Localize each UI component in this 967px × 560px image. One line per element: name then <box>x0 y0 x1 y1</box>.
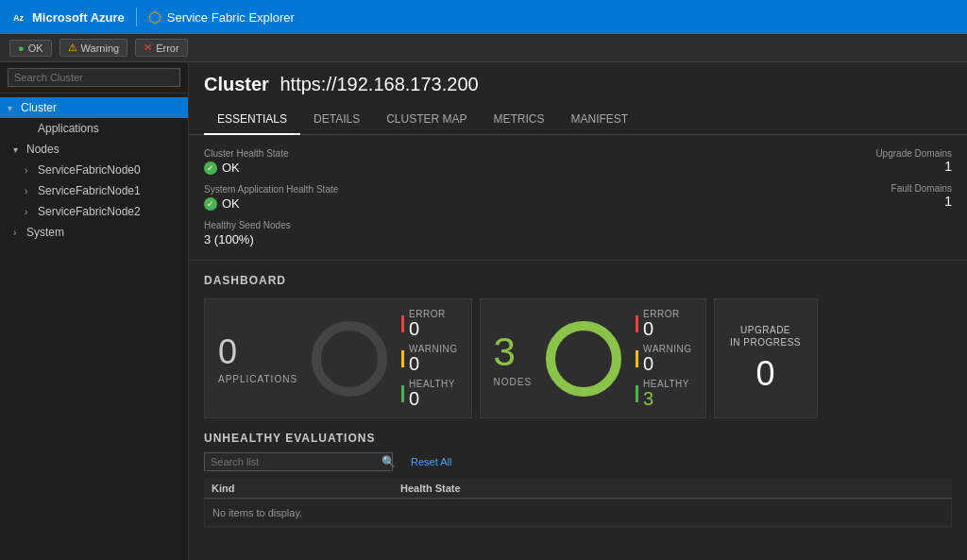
search-input[interactable] <box>8 68 180 87</box>
sidebar-item-system[interactable]: › System <box>0 222 188 243</box>
cluster-health-label: Cluster Health State <box>204 148 338 159</box>
essentials-panel: Cluster Health State OK System Applicati… <box>189 135 967 261</box>
applications-label: APPLICATIONS <box>218 374 297 384</box>
unhealthy-empty-message: No items to display. <box>204 499 952 527</box>
sidebar-item-label: Applications <box>38 122 99 135</box>
sys-app-health-value: OK <box>204 196 338 211</box>
dashboard-cards: 0 APPLICATIONS ERROR 0 <box>204 298 952 418</box>
cluster-health-value: OK <box>204 161 338 175</box>
unhealthy-search-input[interactable] <box>204 452 393 471</box>
error-label: Error <box>156 42 178 54</box>
applications-donut-svg <box>307 316 392 401</box>
sidebar-item-nodes[interactable]: ▾ Nodes <box>0 139 188 160</box>
sidebar: ▾ Cluster Applications ▾ Nodes › Service… <box>0 62 189 560</box>
dashboard-title: DASHBOARD <box>204 274 952 287</box>
seed-nodes-item: Healthy Seed Nodes 3 (100%) <box>204 220 338 246</box>
tab-metrics[interactable]: METRICS <box>481 105 558 135</box>
node-warning-bar <box>636 350 638 367</box>
col-kind-header: Kind <box>212 483 400 494</box>
upgrade-domains-item: Upgrade Domains 1 <box>875 148 952 174</box>
app-error-value: 0 <box>409 319 446 338</box>
dashboard-panel: DASHBOARD 0 APPLICATIONS <box>189 261 967 432</box>
nodes-donut-svg <box>541 316 626 401</box>
node-error-col: ERROR 0 <box>643 309 680 338</box>
error-button[interactable]: ✕ Error <box>135 39 187 57</box>
unhealthy-panel: UNHEALTHY EVALUATIONS 🔍 Reset All Kind H… <box>189 432 967 540</box>
upgrade-domains-label: Upgrade Domains <box>875 148 952 159</box>
nodes-card: 3 NODES ERROR <box>480 298 706 418</box>
essentials-right: Upgrade Domains 1 Fault Domains 1 <box>875 148 952 246</box>
reset-all-link[interactable]: Reset All <box>411 456 451 467</box>
cluster-health-item: Cluster Health State OK <box>204 148 338 175</box>
app-warning-bar <box>401 350 404 367</box>
node-warning-col: WARNING 0 <box>643 344 691 373</box>
cluster-health-ok-icon <box>204 161 217 175</box>
content-area: Cluster https://192.168.173.200 ESSENTIA… <box>189 62 967 560</box>
upgrade-title-line2: IN PROGRESS <box>730 337 801 348</box>
main-layout: ▾ Cluster Applications ▾ Nodes › Service… <box>0 62 967 560</box>
tree: ▾ Cluster Applications ▾ Nodes › Service… <box>0 93 188 560</box>
nodes-count: 3 <box>494 330 533 375</box>
applications-left: 0 APPLICATIONS <box>218 332 297 384</box>
cluster-prefix: Cluster <box>204 74 269 94</box>
status-bar: ● OK ⚠ Warning ✕ Error <box>0 34 967 62</box>
sidebar-item-applications[interactable]: Applications <box>0 118 188 139</box>
sys-app-health-ok-icon <box>204 197 217 211</box>
ok-button[interactable]: ● OK <box>9 40 52 57</box>
app-error-row: ERROR 0 <box>401 309 457 338</box>
app-healthy-col: HEALTHY 0 <box>409 379 455 408</box>
unhealthy-table-header: Kind Health State <box>204 479 952 499</box>
node-healthy-value: 3 <box>643 389 689 408</box>
azure-label: Microsoft Azure <box>32 10 125 25</box>
applications-donut <box>307 316 392 401</box>
sidebar-item-node0[interactable]: › ServiceFabricNode0 <box>0 160 188 180</box>
sys-app-health-label: System Application Health State <box>204 184 338 195</box>
nodes-stats: ERROR 0 WARNING 0 <box>636 309 691 408</box>
node-healthy-bar <box>636 385 638 402</box>
content-header: Cluster https://192.168.173.200 <box>189 62 967 95</box>
tab-details[interactable]: DETAILS <box>300 105 373 135</box>
cluster-health-text: OK <box>222 161 240 175</box>
unhealthy-title: UNHEALTHY EVALUATIONS <box>204 432 952 445</box>
col-health-header: Health State <box>400 483 944 494</box>
sidebar-item-label: ServiceFabricNode1 <box>38 184 141 197</box>
tab-manifest[interactable]: MANIFEST <box>558 105 642 135</box>
sys-app-health-text: OK <box>222 196 240 211</box>
fault-domains-value: 1 <box>875 194 952 209</box>
app-title: ⬡ Service Fabric Explorer <box>148 8 295 26</box>
upgrade-value: 0 <box>756 354 775 394</box>
tab-cluster-map[interactable]: CLUSTER MAP <box>373 105 480 135</box>
page-title: Cluster https://192.168.173.200 <box>204 74 952 95</box>
upgrade-title: UPGRADE IN PROGRESS <box>730 324 801 348</box>
sidebar-item-node1[interactable]: › ServiceFabricNode1 <box>0 180 188 201</box>
seed-nodes-value: 3 (100%) <box>204 232 338 246</box>
app-title-label: Service Fabric Explorer <box>167 10 295 25</box>
top-bar: Az Microsoft Azure ⬡ Service Fabric Expl… <box>0 0 967 34</box>
sidebar-item-label: ServiceFabricNode0 <box>38 163 141 177</box>
tab-essentials[interactable]: ESSENTIALS <box>204 105 300 135</box>
app-warning-col: WARNING 0 <box>409 344 457 373</box>
sidebar-item-label: ServiceFabricNode2 <box>38 205 141 218</box>
node2-arrow: › <box>25 207 34 217</box>
search-box <box>0 62 188 93</box>
tabs-bar: ESSENTIALS DETAILS CLUSTER MAP METRICS M… <box>189 105 967 135</box>
node-error-value: 0 <box>643 319 680 338</box>
system-arrow: › <box>13 228 23 238</box>
node-error-row: ERROR 0 <box>636 309 691 338</box>
warning-icon: ⚠ <box>68 42 77 54</box>
sidebar-item-node2[interactable]: › ServiceFabricNode2 <box>0 201 188 222</box>
cluster-arrow: ▾ <box>8 103 17 113</box>
warning-button[interactable]: ⚠ Warning <box>59 39 128 57</box>
nodes-donut <box>541 316 626 401</box>
warning-label: Warning <box>81 42 120 54</box>
nodes-label: NODES <box>494 377 533 387</box>
node1-arrow: › <box>25 186 34 196</box>
azure-logo: Az Microsoft Azure <box>11 9 125 25</box>
ok-label: OK <box>28 42 43 54</box>
top-bar-divider <box>136 8 137 26</box>
svg-point-4 <box>551 326 617 392</box>
fault-domains-item: Fault Domains 1 <box>875 183 952 209</box>
search-icon: 🔍 <box>382 455 396 468</box>
sidebar-item-cluster[interactable]: ▾ Cluster <box>0 97 188 118</box>
applications-count: 0 <box>218 332 297 372</box>
